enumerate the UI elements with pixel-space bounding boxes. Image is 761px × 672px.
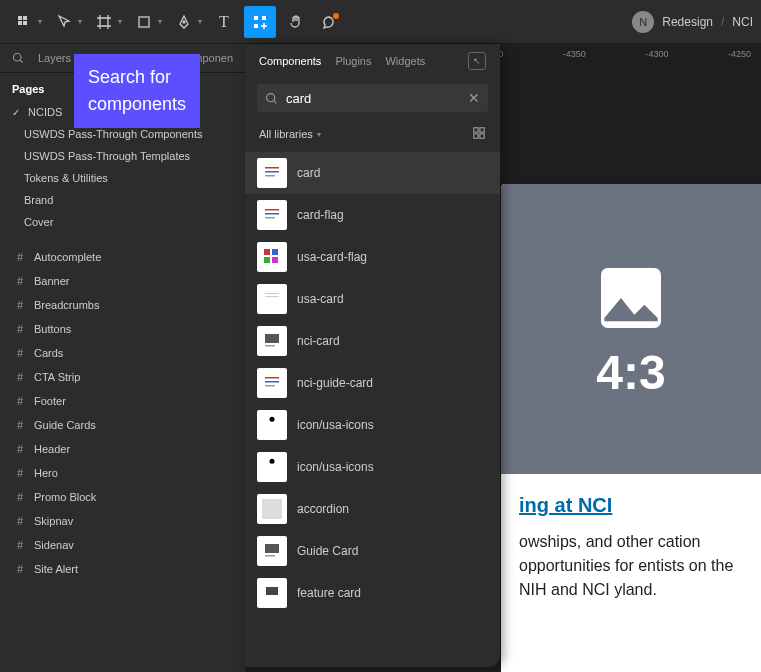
- search-result-item[interactable]: card: [245, 152, 500, 194]
- result-label: card-flag: [297, 208, 344, 222]
- result-label: nci-card: [297, 334, 340, 348]
- search-icon: [265, 92, 278, 105]
- clear-search-icon[interactable]: ✕: [468, 90, 480, 106]
- frame-icon: #: [14, 515, 26, 527]
- breadcrumb-file[interactable]: NCI: [732, 15, 753, 29]
- frame-tool-icon[interactable]: [88, 6, 120, 38]
- tab-widgets[interactable]: Widgets: [385, 55, 425, 67]
- resources-tool-icon[interactable]: [244, 6, 276, 38]
- search-result-item[interactable]: accordion: [245, 488, 500, 530]
- component-frame-item[interactable]: #Header: [8, 437, 237, 461]
- comment-tool-icon[interactable]: [316, 6, 348, 38]
- component-frames-list: #Autocomplete#Banner#Breadcrumbs#Buttons…: [0, 241, 245, 585]
- frame-icon: #: [14, 251, 26, 263]
- svg-rect-33: [265, 334, 279, 343]
- annotation-callout: Search for components: [74, 54, 200, 128]
- chevron-down-icon[interactable]: ▾: [118, 17, 122, 26]
- toolbar-right: N Redesign / NCI: [632, 11, 753, 33]
- search-result-item[interactable]: nci-card: [245, 320, 500, 362]
- result-thumb: [257, 284, 287, 314]
- component-frame-item[interactable]: #Skipnav: [8, 509, 237, 533]
- result-thumb: [257, 200, 287, 230]
- svg-rect-30: [265, 293, 279, 294]
- chevron-down-icon[interactable]: ▾: [198, 17, 202, 26]
- frame-icon: #: [14, 395, 26, 407]
- result-label: usa-card-flag: [297, 250, 367, 264]
- frame-icon: #: [14, 371, 26, 383]
- avatar[interactable]: N: [632, 11, 654, 33]
- svg-rect-25: [264, 249, 270, 255]
- svg-rect-7: [262, 16, 266, 20]
- breadcrumb-project[interactable]: Redesign: [662, 15, 713, 29]
- result-label: Guide Card: [297, 544, 358, 558]
- svg-rect-28: [272, 257, 278, 263]
- assets-tabs: Components Plugins Widgets ↖: [245, 44, 500, 78]
- svg-rect-15: [480, 134, 484, 138]
- component-frame-item[interactable]: #Promo Block: [8, 485, 237, 509]
- tab-plugins[interactable]: Plugins: [335, 55, 371, 67]
- grid-view-icon[interactable]: [472, 126, 486, 142]
- page-item[interactable]: USWDS Pass-Through Templates: [8, 145, 237, 167]
- search-result-item[interactable]: nci-guide-card: [245, 362, 500, 404]
- library-filter[interactable]: All libraries ▾: [245, 118, 500, 152]
- component-frame-item[interactable]: #Cards: [8, 341, 237, 365]
- page-item[interactable]: Brand: [8, 189, 237, 211]
- search-input[interactable]: [286, 91, 460, 106]
- component-frame-item[interactable]: #Breadcrumbs: [8, 293, 237, 317]
- search-result-item[interactable]: usa-card: [245, 278, 500, 320]
- svg-rect-26: [272, 249, 278, 255]
- chevron-down-icon[interactable]: ▾: [78, 17, 82, 26]
- move-tool-icon[interactable]: [48, 6, 80, 38]
- chevron-down-icon[interactable]: ▾: [38, 17, 42, 26]
- tab-layers[interactable]: Layers: [38, 52, 71, 64]
- top-toolbar: ▾ ▾ ▾ ▾ ▾ T N Redesign / NCI: [0, 0, 761, 44]
- collapse-icon[interactable]: ↖: [468, 52, 486, 70]
- svg-rect-18: [265, 171, 279, 173]
- component-frame-item[interactable]: #Sidenav: [8, 533, 237, 557]
- result-thumb: [257, 242, 287, 272]
- frame-icon: #: [14, 443, 26, 455]
- component-frame-item[interactable]: #Footer: [8, 389, 237, 413]
- card-description: owships, and other cation opportunities …: [519, 530, 743, 602]
- search-result-item[interactable]: feature card: [245, 572, 500, 614]
- hand-tool-icon[interactable]: [280, 6, 312, 38]
- page-item[interactable]: Cover: [8, 211, 237, 233]
- figma-menu-icon[interactable]: [8, 6, 40, 38]
- card-title-link[interactable]: ing at NCI: [519, 494, 612, 516]
- page-item[interactable]: Tokens & Utilities: [8, 167, 237, 189]
- component-frame-item[interactable]: #Hero: [8, 461, 237, 485]
- svg-rect-36: [265, 377, 279, 379]
- component-frame-item[interactable]: #Site Alert: [8, 557, 237, 581]
- svg-rect-14: [474, 134, 478, 138]
- component-frame-item[interactable]: #Buttons: [8, 317, 237, 341]
- notification-dot: [333, 13, 339, 19]
- result-thumb: [257, 368, 287, 398]
- result-label: feature card: [297, 586, 361, 600]
- aspect-ratio-text: 4:3: [591, 345, 671, 400]
- search-results: cardcard-flagusa-card-flagusa-cardnci-ca…: [245, 152, 500, 614]
- component-frame-item[interactable]: #CTA Strip: [8, 365, 237, 389]
- search-result-item[interactable]: card-flag: [245, 194, 500, 236]
- canvas-card-preview[interactable]: 4:3 ing at NCI owships, and other cation…: [501, 184, 761, 672]
- result-thumb: [257, 536, 287, 566]
- search-result-item[interactable]: icon/usa-icons: [245, 446, 500, 488]
- component-frame-item[interactable]: #Banner: [8, 269, 237, 293]
- svg-rect-38: [265, 385, 275, 387]
- component-frame-item[interactable]: #Autocomplete: [8, 245, 237, 269]
- search-result-item[interactable]: usa-card-flag: [245, 236, 500, 278]
- search-icon[interactable]: [12, 52, 24, 64]
- search-result-item[interactable]: Guide Card: [245, 530, 500, 572]
- chevron-down-icon[interactable]: ▾: [158, 17, 162, 26]
- svg-rect-41: [262, 499, 282, 519]
- component-frame-item[interactable]: #Guide Cards: [8, 413, 237, 437]
- shape-tool-icon[interactable]: [128, 6, 160, 38]
- svg-rect-35: [262, 373, 282, 393]
- svg-point-9: [14, 54, 22, 62]
- text-tool-icon[interactable]: T: [208, 6, 240, 38]
- svg-rect-20: [262, 205, 282, 225]
- card-body: ing at NCI owships, and other cation opp…: [501, 474, 761, 618]
- tab-components[interactable]: Components: [259, 55, 321, 67]
- pen-tool-icon[interactable]: [168, 6, 200, 38]
- search-result-item[interactable]: icon/usa-icons: [245, 404, 500, 446]
- component-search[interactable]: ✕: [257, 84, 488, 112]
